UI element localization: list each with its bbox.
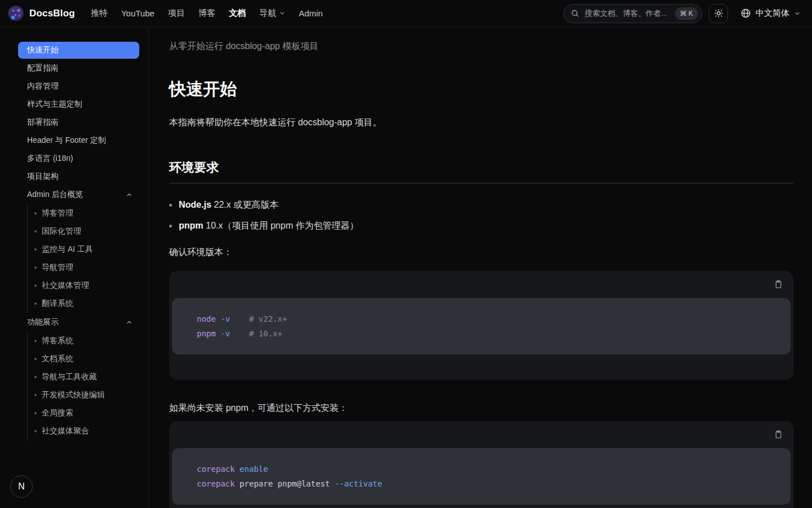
nav-item-admin[interactable]: Admin (299, 8, 323, 18)
sidebar-item-content-management[interactable]: 内容管理 (18, 78, 139, 95)
sidebar-item-dev-quick-edit[interactable]: 开发模式快捷编辑 (28, 386, 139, 404)
sidebar-item-monitoring-ai[interactable]: 监控与 AI 工具 (28, 240, 139, 259)
sub-item-label: 开发模式快捷编辑 (42, 390, 105, 400)
theme-toggle-button[interactable] (709, 4, 728, 23)
sidebar-group-label: Admin 后台概览 (27, 190, 83, 200)
code-line: pnpm -v # 10.x+ (197, 326, 779, 341)
requirement-name: pnpm (179, 221, 204, 230)
sub-item-label: 社交媒体管理 (42, 281, 89, 291)
sun-icon (714, 8, 723, 18)
sidebar-item-config-guide[interactable]: 配置指南 (18, 60, 139, 77)
bullet-icon (34, 376, 37, 378)
code-block-version-check: node -v # v22.x+ pnpm -v # 10.x+ (169, 271, 793, 380)
chevron-up-icon[interactable] (126, 319, 133, 326)
dev-fab-button[interactable]: N (10, 475, 33, 498)
code-token: --activate (330, 479, 382, 488)
code-line: node -v # v22.x+ (197, 312, 779, 326)
code-area: node -v # v22.x+ pnpm -v # 10.x+ (172, 298, 791, 354)
global-search[interactable]: ⌘ K (563, 4, 702, 23)
code-token: prepare pnpm@latest (235, 479, 330, 488)
sidebar-group-admin-overview[interactable]: Admin 后台概览 (18, 186, 139, 203)
code-token: -v (216, 329, 230, 338)
top-navbar: DocsBlog 推特 YouTube 项目 博客 文档 导航 Admin ⌘ … (0, 0, 812, 27)
sub-item-label: 监控与 AI 工具 (42, 244, 93, 255)
nav-item-youtube[interactable]: YouTube (121, 8, 155, 18)
search-icon (571, 9, 579, 17)
sub-item-label: 导航管理 (42, 262, 73, 273)
chevron-up-icon[interactable] (126, 191, 133, 198)
code-token: # v22.x+ (230, 314, 287, 323)
sidebar-group-feature-showcase[interactable]: 功能展示 (18, 314, 139, 331)
search-input[interactable] (584, 8, 670, 18)
code-token: corepack (197, 465, 235, 474)
code-line: corepack prepare pnpm@latest --activate (197, 476, 779, 491)
requirements-list: Node.js 22.x 或更高版本 pnpm 10.x（项目使用 pnpm 作… (169, 199, 793, 232)
sidebar-item-style-theme[interactable]: 样式与主题定制 (18, 96, 139, 113)
install-hint: 如果尚未安装 pnpm，可通过以下方式安装： (169, 402, 793, 414)
sidebar-item-architecture[interactable]: 项目架构 (18, 168, 139, 185)
nav-item-navigation[interactable]: 导航 (259, 8, 285, 19)
bullet-icon (34, 430, 37, 432)
bullet-icon (34, 248, 37, 251)
page-title: 快速开始 (169, 78, 793, 100)
sidebar-item-i18n-management[interactable]: 国际化管理 (28, 222, 139, 240)
sidebar-item-deploy-guide[interactable]: 部署指南 (18, 114, 139, 131)
sidebar-item-social-management[interactable]: 社交媒体管理 (28, 277, 139, 295)
nav-item-projects[interactable]: 项目 (168, 8, 185, 19)
section-heading-requirements: 环境要求 (169, 159, 793, 176)
sidebar-item-blog-system[interactable]: 博客系统 (28, 332, 139, 350)
copy-button[interactable] (773, 278, 784, 291)
nav-item-twitter[interactable]: 推特 (91, 8, 108, 19)
doc-content: 从零开始运行 docsblog-app 模板项目 快速开始 本指南将帮助你在本地… (149, 27, 812, 508)
sidebar-group-feature-children: 博客系统 文档系统 导航与工具收藏 开发模式快捷编辑 全局搜索 社交媒体聚合 (27, 332, 139, 440)
primary-nav: 推特 YouTube 项目 博客 文档 导航 Admin (91, 8, 323, 19)
requirement-name: Node.js (179, 200, 211, 209)
page-description: 从零开始运行 docsblog-app 模板项目 (169, 41, 793, 52)
requirement-desc: 10.x（项目使用 pnpm 作为包管理器） (204, 221, 359, 230)
code-line: corepack enable (197, 462, 779, 476)
code-token: pnpm (197, 329, 216, 338)
sidebar-group-admin-children: 博客管理 国际化管理 监控与 AI 工具 导航管理 社交媒体管理 翻译系统 (27, 204, 139, 313)
sidebar-item-quick-start[interactable]: 快速开始 (18, 42, 139, 59)
docs-sidebar: 快速开始 配置指南 内容管理 样式与主题定制 部署指南 Header 与 Foo… (0, 27, 149, 508)
list-item: pnpm 10.x（项目使用 pnpm 作为包管理器） (169, 220, 793, 232)
chevron-down-icon (279, 10, 285, 16)
nav-item-navigation-label: 导航 (259, 8, 276, 19)
chevron-down-icon (794, 10, 801, 17)
bullet-icon (34, 303, 37, 305)
sub-item-label: 导航与工具收藏 (42, 372, 97, 382)
sidebar-group-label: 功能展示 (27, 317, 59, 327)
sidebar-item-docs-system[interactable]: 文档系统 (28, 350, 139, 368)
nav-item-docs[interactable]: 文档 (229, 8, 246, 19)
sidebar-item-translation-system[interactable]: 翻译系统 (28, 295, 139, 313)
bullet-icon (34, 230, 37, 233)
requirement-text: pnpm 10.x（项目使用 pnpm 作为包管理器） (179, 220, 359, 232)
bullet-icon (34, 266, 37, 269)
copy-button[interactable] (773, 428, 784, 441)
bullet-icon (34, 284, 37, 287)
language-selector[interactable]: 中文简体 (740, 8, 801, 19)
bullet-icon (34, 412, 37, 414)
intro-paragraph: 本指南将帮助你在本地快速运行 docsblog-app 项目。 (169, 117, 793, 129)
bullet-icon (34, 340, 37, 342)
sidebar-item-nav-tools[interactable]: 导航与工具收藏 (28, 368, 139, 386)
code-area: corepack enable corepack prepare pnpm@la… (172, 448, 791, 505)
list-item: Node.js 22.x 或更高版本 (169, 199, 793, 211)
sub-item-label: 博客管理 (42, 208, 73, 218)
sidebar-item-blog-management[interactable]: 博客管理 (28, 204, 139, 222)
brand-name: DocsBlog (29, 8, 75, 19)
sub-item-label: 社交媒体聚合 (42, 426, 89, 436)
sidebar-item-i18n[interactable]: 多语言 (i18n) (18, 150, 139, 167)
sidebar-item-header-footer[interactable]: Header 与 Footer 定制 (18, 132, 139, 149)
nav-item-blog[interactable]: 博客 (198, 8, 215, 19)
brand[interactable]: DocsBlog (8, 6, 75, 21)
code-token: node (197, 314, 216, 323)
sidebar-item-social-aggregation[interactable]: 社交媒体聚合 (28, 422, 139, 440)
bullet-icon (169, 204, 172, 207)
sub-item-label: 全局搜索 (42, 408, 73, 418)
sidebar-item-nav-management[interactable]: 导航管理 (28, 259, 139, 277)
sidebar-item-global-search[interactable]: 全局搜索 (28, 404, 139, 422)
sub-item-label: 文档系统 (42, 354, 73, 364)
code-token: # 10.x+ (230, 329, 283, 338)
logo-icon (8, 6, 24, 21)
